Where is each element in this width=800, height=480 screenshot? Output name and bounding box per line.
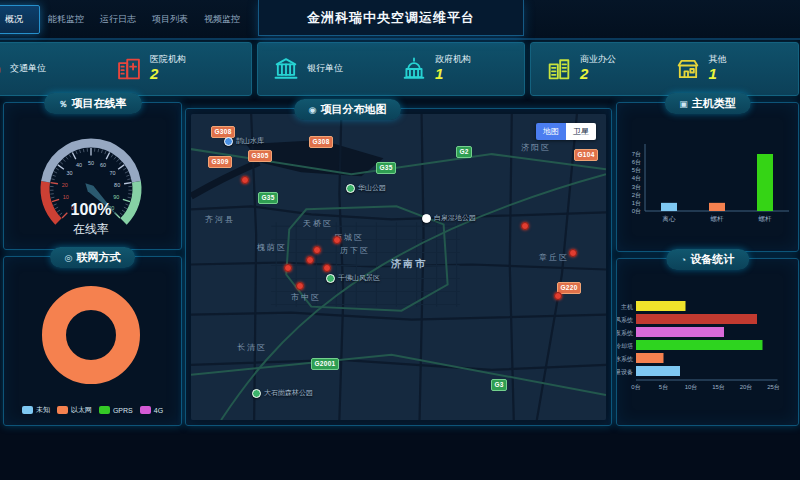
svg-text:在线率: 在线率 — [73, 222, 109, 236]
project-location-dot[interactable] — [306, 256, 314, 264]
legend-swatch — [22, 406, 33, 414]
nav-tab-overview[interactable]: 概况 — [0, 5, 40, 34]
project-location-dot[interactable] — [296, 282, 304, 290]
platform-title: 金洲科瑞中央空调运维平台 — [258, 0, 524, 36]
online-rate-gauge-chart: 0102030405060708090100100%在线率 — [4, 115, 179, 247]
map-mode-button[interactable]: 地图 — [536, 123, 566, 140]
map-poi-marker[interactable]: 白泉湿地公园 — [422, 213, 476, 223]
svg-text:30: 30 — [66, 170, 72, 176]
project-distribution-map[interactable]: G308G309G305G308G35G35G2G104G220G2001G3齐… — [191, 114, 606, 420]
percent-icon: ％ — [59, 99, 68, 109]
legend-label: 以太网 — [71, 405, 92, 415]
stat-label: 交通单位 — [10, 63, 46, 74]
nav-tab-energy[interactable]: 能耗监控 — [40, 8, 92, 31]
svg-text:6台: 6台 — [632, 159, 641, 166]
map-poi-marker[interactable]: 鹊山水库 — [224, 136, 264, 146]
road-badge: G35 — [258, 192, 278, 204]
car-icon — [0, 55, 3, 83]
road-badge: G3 — [491, 379, 507, 391]
svg-text:70: 70 — [109, 170, 115, 176]
stat-label: 商业办公 — [580, 54, 616, 65]
poi-label: 华山公园 — [358, 183, 386, 193]
map-poi-marker[interactable]: 千佛山风景区 — [326, 273, 380, 283]
shop-icon — [674, 55, 702, 83]
legend-label: 4G — [154, 407, 163, 414]
bank-icon — [272, 55, 300, 83]
stat-value: 2 — [580, 65, 616, 84]
project-location-dot[interactable] — [323, 264, 331, 272]
svg-text:100%: 100% — [71, 201, 112, 218]
map-district-label: 市中区 — [291, 292, 321, 303]
svg-text:主机: 主机 — [621, 303, 633, 310]
map-district-label: 章丘区 — [539, 252, 569, 263]
legend-item[interactable]: 以太网 — [57, 405, 92, 415]
network-mode-panel: ◎联网方式 未知以太网GPRS4G — [3, 256, 182, 426]
svg-text:1台: 1台 — [632, 200, 641, 207]
poi-dot-icon — [224, 137, 233, 146]
poi-dot-icon — [252, 389, 261, 398]
svg-text:螺杆: 螺杆 — [759, 215, 773, 222]
stat-value: 2 — [150, 65, 186, 84]
project-location-dot[interactable] — [313, 246, 321, 254]
svg-text:10台: 10台 — [685, 384, 698, 391]
project-location-dot[interactable] — [284, 264, 292, 272]
project-location-dot[interactable] — [569, 249, 577, 257]
poi-dot-icon — [422, 214, 431, 223]
road-badge: G308 — [309, 136, 333, 148]
svg-text:水系统: 水系统 — [617, 355, 634, 363]
map-poi-marker[interactable]: 华山公园 — [346, 183, 386, 193]
stat-label: 医院机构 — [150, 54, 186, 65]
svg-text:5台: 5台 — [632, 167, 641, 174]
road-badge: G309 — [208, 156, 232, 168]
legend-item[interactable]: GPRS — [99, 405, 133, 415]
project-location-dot[interactable] — [241, 176, 249, 184]
stat-card-bank-government: 银行单位 政府机构1 — [257, 42, 525, 96]
svg-text:15台: 15台 — [712, 384, 725, 391]
poi-label: 白泉湿地公园 — [434, 213, 476, 223]
svg-text:4台: 4台 — [632, 175, 641, 182]
legend-swatch — [57, 406, 68, 414]
monitor-icon: ▣ — [679, 99, 688, 109]
device-stats-panel-title: ◔设备统计 — [666, 249, 749, 270]
stat-card-office-other: 商业办公2 其他1 — [530, 42, 799, 96]
stat-item-government: 政府机构1 — [396, 54, 524, 84]
map-district-label: 齐河县 — [205, 214, 235, 225]
map-annotations-layer: G308G309G305G308G35G35G2G104G220G2001G3齐… — [191, 114, 606, 420]
legend-item[interactable]: 4G — [140, 405, 163, 415]
satellite-mode-button[interactable]: 卫星 — [566, 123, 596, 140]
map-district-label: 历下区 — [340, 245, 370, 256]
office-icon — [545, 55, 573, 83]
svg-text:80: 80 — [114, 182, 120, 188]
host-type-panel: ▣主机类型 0台1台2台3台4台5台6台7台离心螺杆螺杆 — [616, 102, 799, 252]
network-icon: ◎ — [65, 253, 73, 263]
map-poi-marker[interactable]: 大石崮森林公园 — [252, 388, 313, 398]
stat-card-transport-hospital: 交通单位 医院机构2 — [0, 42, 252, 96]
map-district-label: 济南市 — [391, 257, 427, 271]
svg-text:20台: 20台 — [740, 384, 753, 391]
stat-item-hospital: 医院机构2 — [111, 54, 251, 84]
project-location-dot[interactable] — [333, 236, 341, 244]
road-badge: G104 — [574, 149, 598, 161]
nav-tab-projects[interactable]: 项目列表 — [144, 8, 196, 31]
legend-item[interactable]: 未知 — [22, 405, 50, 415]
svg-text:20: 20 — [62, 182, 68, 188]
nav-tab-video[interactable]: 视频监控 — [196, 8, 248, 31]
project-location-dot[interactable] — [554, 292, 562, 300]
road-badge: G2 — [456, 146, 472, 158]
device-stats-hbar-chart: 主机风系统泵系统冷却塔水系统量设备0台5台10台15台20台25台 — [617, 275, 796, 421]
map-district-label: 济阳区 — [521, 142, 551, 153]
legend-label: GPRS — [113, 407, 133, 414]
project-map-panel: ◉项目分布地图 G308G309G305G308G35G35G2G104G220… — [185, 108, 612, 426]
nav-tab-logs[interactable]: 运行日志 — [92, 8, 144, 31]
svg-text:量设备: 量设备 — [617, 368, 633, 376]
map-district-label: 天桥区 — [303, 218, 333, 229]
map-district-label: 槐荫区 — [257, 242, 287, 253]
top-navbar: 概况 能耗监控 运行日志 项目列表 视频监控 金洲科瑞中央空调运维平台 — [0, 0, 800, 40]
network-legend: 未知以太网GPRS4G — [4, 405, 181, 415]
network-mode-panel-title: ◎联网方式 — [50, 247, 136, 268]
svg-text:40: 40 — [76, 162, 82, 168]
project-location-dot[interactable] — [521, 222, 529, 230]
svg-text:90: 90 — [113, 194, 119, 200]
map-type-toggle: 地图 卫星 — [536, 123, 596, 140]
svg-text:10: 10 — [63, 194, 69, 200]
